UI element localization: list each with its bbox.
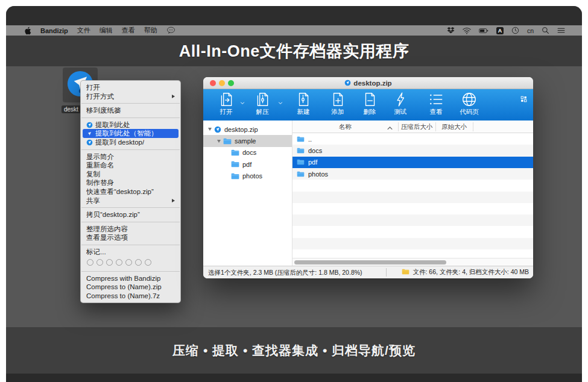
menu-list-icon[interactable]: [557, 27, 565, 34]
archive-window: desktop.zip 打开解压新建添加删除测试查看代码页 desktop.zi…: [203, 77, 533, 278]
layout-grid-icon[interactable]: [520, 94, 527, 105]
disclosure-triangle-icon[interactable]: [217, 140, 221, 143]
chevron-down-icon[interactable]: [277, 99, 284, 107]
file-row-pdf[interactable]: pdf: [292, 157, 533, 168]
column-header-压缩后大小[interactable]: 压缩后大小: [398, 121, 435, 133]
tag-circle[interactable]: [96, 259, 103, 266]
context-menu-item[interactable]: 查看显示选项: [83, 233, 179, 242]
empty-row: [292, 238, 533, 249]
bottom-strip: [6, 374, 582, 382]
tag-circle[interactable]: [135, 259, 142, 266]
context-menu-item[interactable]: 打开方式: [83, 92, 179, 101]
menubar-menu-文件[interactable]: 文件: [77, 26, 90, 35]
status-bar: 选择1个文件夹, 2.3 MB (压缩后的尺寸: 1.8 MB, 20.8%) …: [203, 266, 533, 278]
file-row-..[interactable]: ..: [292, 133, 533, 145]
menubar-menu-帮助[interactable]: 帮助: [144, 26, 157, 35]
clock-icon[interactable]: [511, 27, 519, 34]
tag-circle[interactable]: [145, 259, 151, 266]
toolbar-button-新建[interactable]: 新建: [287, 92, 320, 119]
context-menu-item[interactable]: 快速查看“desktop.zip”: [83, 187, 179, 196]
window-titlebar[interactable]: desktop.zip: [203, 77, 533, 89]
tag-circle[interactable]: [116, 259, 122, 266]
tree-item-docs[interactable]: docs: [203, 147, 292, 158]
menu-bar: Bandizip文件编辑查看帮助 Acn: [6, 25, 582, 36]
toolbar-button-解压[interactable]: 解压: [246, 92, 279, 119]
toolbar-button-查看[interactable]: 查看: [420, 92, 452, 119]
tag-circle[interactable]: [87, 259, 93, 266]
toolbar-button-删除[interactable]: 删除: [353, 92, 386, 119]
tag-circle[interactable]: [125, 259, 132, 266]
column-header-名称[interactable]: 名称: [292, 121, 398, 133]
folder-icon: [223, 138, 232, 145]
context-menu-item[interactable]: 移到废纸篓: [83, 106, 179, 115]
toolbar-button-测试[interactable]: 测试: [384, 92, 417, 119]
context-menu-item[interactable]: 提取到此处（智能）: [83, 129, 179, 138]
menubar-menu-查看[interactable]: 查看: [122, 26, 135, 35]
file-row-photos[interactable]: photos: [292, 168, 533, 180]
empty-row: [292, 192, 533, 203]
speech-bubble-icon[interactable]: [166, 27, 175, 34]
column-header-原始大小[interactable]: 原始大小: [435, 121, 473, 133]
toolbar-button-添加[interactable]: 添加: [321, 92, 354, 119]
tag-circle[interactable]: [106, 259, 113, 266]
menubar-menu-编辑[interactable]: 编辑: [100, 26, 113, 35]
menu-separator: [81, 149, 180, 150]
context-menu-item[interactable]: 重新命名: [83, 161, 179, 170]
bandizip-icon: [214, 126, 221, 133]
menu-separator: [81, 271, 180, 272]
context-menu-item[interactable]: Compress to (Name).7z: [83, 292, 179, 301]
file-row-docs[interactable]: docs: [292, 145, 533, 156]
context-menu-item[interactable]: 标记...: [83, 248, 179, 257]
folder-icon: [297, 171, 305, 177]
menubar-app-name[interactable]: Bandizip: [40, 27, 68, 34]
archive-folder-icon: [402, 269, 409, 276]
add-file-icon: [330, 92, 346, 107]
new-archive-icon: [296, 92, 311, 107]
input-language-label[interactable]: cn: [527, 27, 534, 34]
folder-icon: [231, 149, 239, 156]
folder-icon: [297, 136, 305, 142]
context-menu-item[interactable]: 整理所选内容: [83, 225, 179, 234]
menu-separator: [81, 245, 180, 245]
menu-separator: [81, 103, 180, 104]
horizontal-scrollbar[interactable]: [292, 258, 533, 266]
context-menu-item[interactable]: 提取到此处: [83, 121, 179, 130]
desktop-icon-label: deskt: [62, 105, 81, 113]
window-title: desktop.zip: [353, 80, 391, 87]
disclosure-triangle-icon[interactable]: [208, 128, 212, 131]
view-icon: [428, 92, 444, 107]
folder-icon: [231, 161, 239, 168]
folder-icon: [297, 148, 305, 154]
context-menu-item[interactable]: 显示简介: [83, 152, 179, 161]
header-divider: [435, 122, 436, 131]
context-menu-item[interactable]: 拷贝“desktop.zip”: [83, 210, 179, 219]
context-menu-item[interactable]: 打开: [83, 83, 179, 92]
menu-separator: [81, 117, 180, 118]
tree-item-photos[interactable]: photos: [203, 171, 292, 182]
desktop-area: deskt 打开打开方式移到废纸篓提取到此处提取到此处（智能）提取到 deskt…: [6, 66, 582, 327]
context-menu-item[interactable]: 共享: [83, 196, 179, 205]
context-menu-item[interactable]: 制作替身: [83, 178, 179, 187]
search-icon[interactable]: [542, 27, 549, 34]
tree-item-pdf[interactable]: pdf: [203, 158, 292, 170]
extract-arrow-icon: [86, 130, 93, 137]
menu-separator: [81, 222, 180, 222]
open-archive-icon: [218, 92, 234, 107]
battery-icon[interactable]: [479, 27, 488, 34]
scrollbar-thumb[interactable]: [294, 260, 446, 265]
toolbar-button-代码页[interactable]: 代码页: [453, 92, 485, 119]
top-strip: [6, 6, 582, 25]
apple-menu-icon[interactable]: [24, 27, 31, 35]
context-menu-item[interactable]: Compress with Bandizip: [83, 274, 179, 283]
tree-item-sample[interactable]: sample: [203, 135, 292, 146]
context-menu-item[interactable]: Compress to (Name).zip: [83, 283, 179, 292]
status-archive-text: 文件: 66, 文件夹: 4, 归档文件大小: 40 MB: [413, 268, 529, 277]
tree-item-desktop.zip[interactable]: desktop.zip: [203, 124, 292, 135]
context-menu-item[interactable]: 提取到 desktop/: [83, 138, 179, 147]
toolbar-button-打开[interactable]: 打开: [210, 92, 242, 119]
wifi-icon[interactable]: [463, 27, 471, 34]
chevron-down-icon[interactable]: [239, 99, 246, 107]
context-menu-item[interactable]: 复制: [83, 170, 179, 179]
input-a-icon[interactable]: A: [496, 27, 504, 34]
dropbox-icon[interactable]: [447, 27, 455, 34]
